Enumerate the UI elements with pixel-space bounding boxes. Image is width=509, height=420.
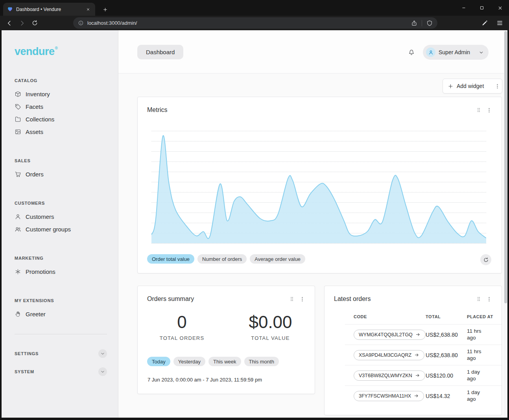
window-minimize-button[interactable] [455, 0, 473, 16]
metric-tab-number-of-orders[interactable]: Number of orders [197, 254, 247, 264]
sidebar-item-customers[interactable]: Customers [15, 210, 107, 223]
bell-icon [408, 48, 415, 56]
range-tab-this-month[interactable]: This month [244, 357, 279, 366]
forward-button[interactable] [16, 17, 28, 29]
kebab-icon [486, 296, 492, 302]
sidebar-item-orders[interactable]: Orders [15, 168, 107, 180]
order-placed-at: 1 day ago [467, 369, 490, 382]
sidebar-section-marketing: MARKETING Promotions [15, 256, 107, 278]
chevron-down-icon[interactable] [98, 349, 107, 358]
total-orders-stat: 0 TOTAL ORDERS [138, 313, 226, 341]
sidebar-item-label: Inventory [26, 91, 50, 97]
order-code-button[interactable]: XSA9PD4LM3CGAQRZ [354, 350, 424, 360]
page-title[interactable]: Dashboard [137, 45, 183, 59]
total-value-stat: $0.00 TOTAL VALUE [226, 313, 315, 341]
table-row: XSA9PD4LM3CGAQRZ US$2,638.80 11 hrs ago [345, 345, 502, 365]
forward-icon [18, 20, 26, 27]
sidebar-item-collections[interactable]: Collections [15, 113, 107, 125]
sidebar-item-assets[interactable]: Assets [15, 125, 107, 138]
divider [422, 20, 422, 26]
back-icon [6, 20, 13, 27]
sidebar-section-my-extensions: MY EXTENSIONS Greeter [15, 298, 107, 320]
arrow-right-icon [415, 373, 420, 378]
share-icon[interactable] [411, 20, 417, 26]
sidebar-item-facets[interactable]: Facets [15, 100, 107, 113]
new-tab-button[interactable] [101, 5, 109, 14]
arrow-right-icon [415, 332, 420, 337]
maximize-icon [479, 6, 484, 10]
metrics-chart-area [151, 131, 486, 243]
order-code-button[interactable]: WYMGK4TQQ8JL2TGQ [354, 330, 426, 340]
sidebar-item-greeter[interactable]: Greeter [15, 308, 107, 320]
range-tab-today[interactable]: Today [147, 357, 170, 366]
sidebar-section-system[interactable]: SYSTEM [15, 363, 107, 381]
table-row: 3FY7FSCWSHMA11HX US$14.32 1 day ago [345, 385, 502, 406]
table-row: WYMGK4TQQ8JL2TGQ US$2,638.80 11 hrs ago [345, 324, 502, 345]
arrow-right-icon [414, 352, 419, 358]
asterisk-icon [15, 268, 21, 275]
metrics-widget: Metrics Order total value Number of orde… [137, 97, 502, 273]
sidebar-divider [15, 334, 107, 334]
section-label: SALES [15, 158, 107, 163]
user-name: Super Admin [439, 49, 476, 55]
drag-handle[interactable] [289, 296, 295, 302]
vendure-favicon-icon [7, 6, 13, 12]
range-tab-this-week[interactable]: This week [208, 357, 241, 366]
sidebar-item-inventory[interactable]: Inventory [15, 88, 107, 100]
sidebar-item-label: Greeter [26, 311, 46, 317]
browser-menu-button[interactable] [493, 17, 506, 29]
back-button[interactable] [3, 17, 16, 29]
notifications-button[interactable] [404, 45, 419, 59]
order-total: US$120.00 [426, 372, 467, 379]
widget-menu-button[interactable] [299, 296, 305, 302]
user-menu[interactable]: Super Admin [423, 45, 489, 60]
order-code-button[interactable]: V3T6BW8ZQLWMYZKN [354, 370, 425, 381]
shield-icon[interactable] [426, 20, 433, 26]
column-header-placed-at: PLACED AT [467, 314, 498, 319]
drag-handle[interactable] [476, 296, 481, 302]
scrollbar-thumb[interactable] [504, 31, 507, 303]
site-info-icon[interactable] [78, 20, 84, 26]
drag-handle[interactable] [476, 107, 481, 113]
refresh-button[interactable] [480, 254, 491, 265]
orders-summary-widget: Orders summary 0 TOTAL ORDERS $0.00 TOTA… [137, 286, 315, 394]
page-scrollbar[interactable] [504, 30, 507, 418]
menu-icon [496, 20, 503, 26]
column-header-code: CODE [354, 314, 426, 319]
chevron-down-icon [479, 50, 484, 55]
sidebar-section-settings[interactable]: SETTINGS [15, 345, 107, 363]
sidebar-item-label: Customer groups [26, 226, 71, 233]
widget-menu-button[interactable] [486, 296, 492, 302]
add-widget-button[interactable]: Add widget [448, 83, 494, 89]
browser-tab[interactable]: Dashboard • Vendure [3, 3, 95, 16]
metric-tab-average-order-value[interactable]: Average order value [250, 254, 305, 264]
column-header-total: TOTAL [426, 314, 467, 319]
vendure-logo[interactable]: vendure® [15, 42, 107, 58]
range-tab-yesterday[interactable]: Yesterday [173, 357, 205, 366]
sidebar-item-promotions[interactable]: Promotions [15, 265, 107, 278]
reload-button[interactable] [28, 17, 41, 29]
address-bar[interactable]: localhost:3000/admin/ [73, 17, 437, 29]
order-placed-at: 11 hrs ago [467, 328, 490, 341]
section-label: MY EXTENSIONS [15, 298, 107, 303]
window-close-button[interactable] [491, 0, 509, 16]
window-controls [455, 0, 509, 16]
widget-menu-button[interactable] [486, 107, 492, 113]
customize-button[interactable] [478, 17, 491, 29]
metric-tab-order-total-value[interactable]: Order total value [147, 254, 194, 264]
order-code-button[interactable]: 3FY7FSCWSHMA11HX [354, 391, 424, 401]
main-header: Dashboard Super Admin [118, 30, 507, 73]
close-icon [498, 6, 503, 11]
tab-close-icon[interactable] [85, 6, 91, 13]
add-widget-menu-button[interactable] [494, 83, 500, 89]
total-orders-value: 0 [138, 313, 226, 332]
widget-title: Latest orders [334, 295, 371, 303]
tab-title: Dashboard • Vendure [16, 7, 81, 12]
image-icon [15, 128, 21, 135]
sidebar-item-label: Collections [26, 116, 54, 123]
chevron-down-icon[interactable] [98, 367, 107, 376]
arrow-right-icon [414, 393, 419, 398]
sidebar-item-customer-groups[interactable]: Customer groups [15, 223, 107, 235]
window-maximize-button[interactable] [473, 0, 491, 16]
sidebar-section-sales: SALES Orders [15, 158, 107, 180]
